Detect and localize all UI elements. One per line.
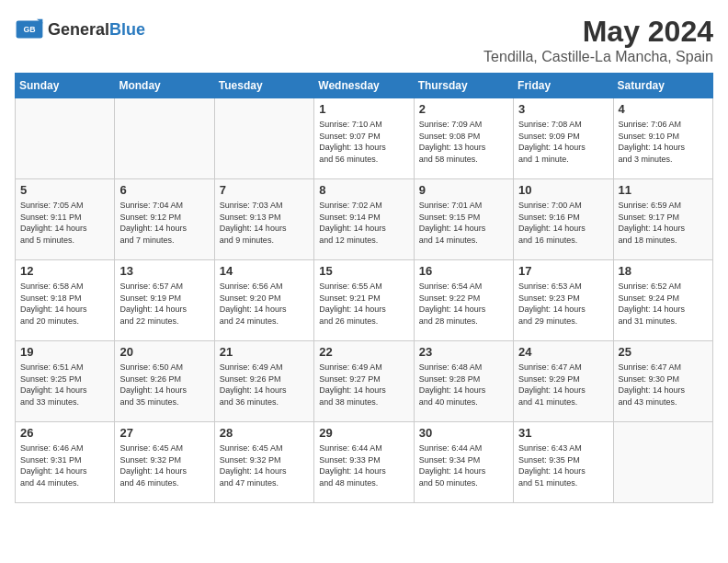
logo-blue: Blue: [109, 20, 145, 39]
title-area: May 2024 Tendilla, Castille-La Mancha, S…: [483, 15, 713, 65]
weekday-header-friday: Friday: [514, 74, 613, 98]
day-number: 8: [319, 183, 408, 197]
day-info: Sunrise: 6:57 AM Sunset: 9:19 PM Dayligh…: [119, 281, 209, 327]
day-number: 14: [220, 264, 309, 278]
calendar-cell: 31Sunrise: 6:43 AM Sunset: 9:35 PM Dayli…: [514, 422, 613, 503]
calendar-week-row: 1Sunrise: 7:10 AM Sunset: 9:07 PM Daylig…: [16, 98, 713, 179]
logo-text: GeneralBlue: [48, 20, 145, 40]
calendar-table: SundayMondayTuesdayWednesdayThursdayFrid…: [15, 73, 713, 503]
calendar-week-row: 5Sunrise: 7:05 AM Sunset: 9:11 PM Daylig…: [16, 179, 713, 260]
day-info: Sunrise: 6:46 AM Sunset: 9:31 PM Dayligh…: [20, 442, 109, 488]
calendar-cell: 20Sunrise: 6:50 AM Sunset: 9:26 PM Dayli…: [115, 341, 214, 422]
calendar-cell: [613, 422, 712, 503]
day-number: 18: [619, 264, 708, 278]
day-number: 24: [518, 345, 608, 359]
day-number: 4: [619, 102, 708, 116]
day-number: 3: [518, 102, 608, 116]
logo: GB GeneralBlue: [15, 15, 145, 44]
logo-icon: GB: [15, 15, 44, 44]
day-info: Sunrise: 6:48 AM Sunset: 9:28 PM Dayligh…: [419, 362, 508, 408]
day-info: Sunrise: 6:47 AM Sunset: 9:29 PM Dayligh…: [518, 362, 608, 408]
calendar-cell: 6Sunrise: 7:04 AM Sunset: 9:12 PM Daylig…: [115, 179, 214, 260]
day-number: 19: [20, 345, 109, 359]
calendar-week-row: 12Sunrise: 6:58 AM Sunset: 9:18 PM Dayli…: [16, 260, 713, 341]
calendar-cell: 4Sunrise: 7:06 AM Sunset: 9:10 PM Daylig…: [613, 98, 712, 179]
day-info: Sunrise: 6:44 AM Sunset: 9:34 PM Dayligh…: [419, 442, 508, 488]
day-info: Sunrise: 6:49 AM Sunset: 9:27 PM Dayligh…: [319, 362, 408, 408]
day-info: Sunrise: 7:09 AM Sunset: 9:08 PM Dayligh…: [419, 119, 508, 165]
calendar-cell: 18Sunrise: 6:52 AM Sunset: 9:24 PM Dayli…: [613, 260, 712, 341]
page-header: GB GeneralBlue May 2024 Tendilla, Castil…: [15, 15, 713, 65]
day-number: 13: [119, 264, 209, 278]
day-info: Sunrise: 7:08 AM Sunset: 9:09 PM Dayligh…: [518, 119, 608, 165]
day-number: 25: [619, 345, 708, 359]
day-info: Sunrise: 6:56 AM Sunset: 9:20 PM Dayligh…: [220, 281, 309, 327]
day-info: Sunrise: 7:05 AM Sunset: 9:11 PM Dayligh…: [20, 200, 109, 246]
day-info: Sunrise: 7:01 AM Sunset: 9:15 PM Dayligh…: [419, 200, 508, 246]
day-number: 1: [319, 102, 408, 116]
calendar-cell: [16, 98, 115, 179]
day-number: 29: [319, 426, 408, 440]
calendar-cell: 12Sunrise: 6:58 AM Sunset: 9:18 PM Dayli…: [16, 260, 115, 341]
day-info: Sunrise: 6:45 AM Sunset: 9:32 PM Dayligh…: [220, 442, 309, 488]
location-title: Tendilla, Castille-La Mancha, Spain: [483, 49, 713, 65]
day-number: 11: [619, 183, 708, 197]
calendar-cell: [115, 98, 214, 179]
calendar-cell: [214, 98, 313, 179]
day-info: Sunrise: 7:06 AM Sunset: 9:10 PM Dayligh…: [619, 119, 708, 165]
calendar-cell: 13Sunrise: 6:57 AM Sunset: 9:19 PM Dayli…: [115, 260, 214, 341]
calendar-week-row: 19Sunrise: 6:51 AM Sunset: 9:25 PM Dayli…: [16, 341, 713, 422]
weekday-header-monday: Monday: [115, 74, 214, 98]
day-info: Sunrise: 7:03 AM Sunset: 9:13 PM Dayligh…: [220, 200, 309, 246]
day-info: Sunrise: 7:02 AM Sunset: 9:14 PM Dayligh…: [319, 200, 408, 246]
day-info: Sunrise: 6:47 AM Sunset: 9:30 PM Dayligh…: [619, 362, 708, 408]
calendar-cell: 2Sunrise: 7:09 AM Sunset: 9:08 PM Daylig…: [414, 98, 513, 179]
day-info: Sunrise: 6:50 AM Sunset: 9:26 PM Dayligh…: [119, 362, 209, 408]
day-info: Sunrise: 6:49 AM Sunset: 9:26 PM Dayligh…: [220, 362, 309, 408]
weekday-header-wednesday: Wednesday: [314, 74, 414, 98]
day-info: Sunrise: 6:52 AM Sunset: 9:24 PM Dayligh…: [619, 281, 708, 327]
calendar-cell: 21Sunrise: 6:49 AM Sunset: 9:26 PM Dayli…: [214, 341, 313, 422]
day-number: 21: [220, 345, 309, 359]
day-info: Sunrise: 6:59 AM Sunset: 9:17 PM Dayligh…: [619, 200, 708, 246]
calendar-cell: 8Sunrise: 7:02 AM Sunset: 9:14 PM Daylig…: [314, 179, 414, 260]
calendar-cell: 5Sunrise: 7:05 AM Sunset: 9:11 PM Daylig…: [16, 179, 115, 260]
calendar-cell: 25Sunrise: 6:47 AM Sunset: 9:30 PM Dayli…: [613, 341, 712, 422]
logo-general: General: [48, 20, 109, 39]
svg-text:GB: GB: [23, 25, 35, 34]
calendar-cell: 16Sunrise: 6:54 AM Sunset: 9:22 PM Dayli…: [414, 260, 513, 341]
calendar-cell: 9Sunrise: 7:01 AM Sunset: 9:15 PM Daylig…: [414, 179, 513, 260]
day-info: Sunrise: 6:44 AM Sunset: 9:33 PM Dayligh…: [319, 442, 408, 488]
day-number: 22: [319, 345, 408, 359]
day-number: 9: [419, 183, 508, 197]
weekday-header-sunday: Sunday: [16, 74, 115, 98]
calendar-cell: 26Sunrise: 6:46 AM Sunset: 9:31 PM Dayli…: [16, 422, 115, 503]
day-number: 26: [20, 426, 109, 440]
weekday-header-tuesday: Tuesday: [214, 74, 313, 98]
calendar-week-row: 26Sunrise: 6:46 AM Sunset: 9:31 PM Dayli…: [16, 422, 713, 503]
calendar-cell: 27Sunrise: 6:45 AM Sunset: 9:32 PM Dayli…: [115, 422, 214, 503]
calendar-cell: 30Sunrise: 6:44 AM Sunset: 9:34 PM Dayli…: [414, 422, 513, 503]
day-number: 12: [20, 264, 109, 278]
day-number: 5: [20, 183, 109, 197]
calendar-cell: 7Sunrise: 7:03 AM Sunset: 9:13 PM Daylig…: [214, 179, 313, 260]
day-info: Sunrise: 6:58 AM Sunset: 9:18 PM Dayligh…: [20, 281, 109, 327]
day-number: 20: [119, 345, 209, 359]
day-number: 15: [319, 264, 408, 278]
day-info: Sunrise: 6:53 AM Sunset: 9:23 PM Dayligh…: [518, 281, 608, 327]
day-info: Sunrise: 6:55 AM Sunset: 9:21 PM Dayligh…: [319, 281, 408, 327]
calendar-cell: 19Sunrise: 6:51 AM Sunset: 9:25 PM Dayli…: [16, 341, 115, 422]
day-info: Sunrise: 7:04 AM Sunset: 9:12 PM Dayligh…: [119, 200, 209, 246]
day-number: 2: [419, 102, 508, 116]
day-number: 28: [220, 426, 309, 440]
day-number: 31: [518, 426, 608, 440]
day-number: 10: [518, 183, 608, 197]
calendar-cell: 22Sunrise: 6:49 AM Sunset: 9:27 PM Dayli…: [314, 341, 414, 422]
calendar-cell: 29Sunrise: 6:44 AM Sunset: 9:33 PM Dayli…: [314, 422, 414, 503]
calendar-cell: 17Sunrise: 6:53 AM Sunset: 9:23 PM Dayli…: [514, 260, 613, 341]
calendar-cell: 23Sunrise: 6:48 AM Sunset: 9:28 PM Dayli…: [414, 341, 513, 422]
weekday-header-saturday: Saturday: [613, 74, 712, 98]
day-number: 16: [419, 264, 508, 278]
calendar-cell: 11Sunrise: 6:59 AM Sunset: 9:17 PM Dayli…: [613, 179, 712, 260]
calendar-cell: 14Sunrise: 6:56 AM Sunset: 9:20 PM Dayli…: [214, 260, 313, 341]
